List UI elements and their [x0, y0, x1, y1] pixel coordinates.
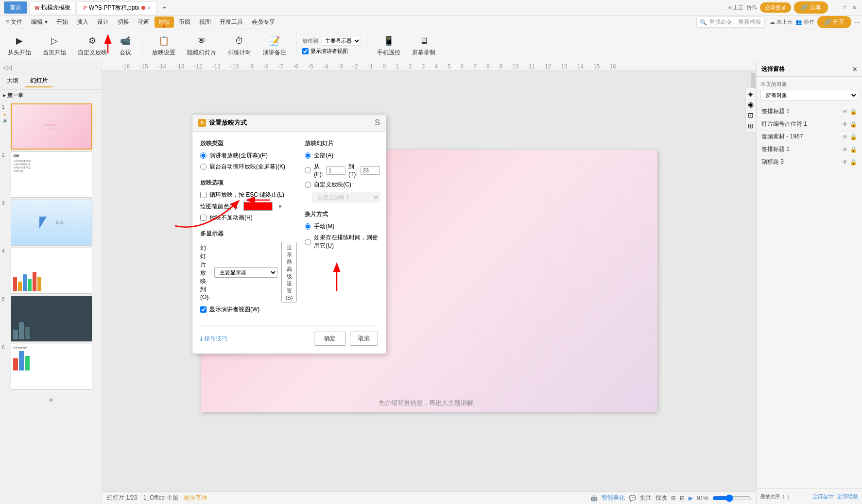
- share-btn-menu[interactable]: 🔗 分享: [817, 16, 851, 28]
- view-grid-icon[interactable]: ⊟: [680, 495, 685, 502]
- side-icon-2[interactable]: ◉: [748, 101, 754, 108]
- menu-design[interactable]: 设计: [93, 17, 113, 28]
- menu-member[interactable]: 会员专享: [248, 17, 279, 28]
- vertical-scrollbar[interactable]: [750, 71, 756, 491]
- meeting-btn[interactable]: 📹 会议: [115, 32, 136, 59]
- ai-label[interactable]: 智能美化: [602, 494, 625, 502]
- menu-view[interactable]: 视图: [195, 17, 215, 28]
- menu-file[interactable]: ≡ 文件: [2, 17, 26, 28]
- close-btn[interactable]: ✕: [850, 4, 858, 12]
- collab-icon[interactable]: 👥 协作: [795, 18, 814, 26]
- check-presenter-input[interactable]: [200, 306, 207, 313]
- custom-select[interactable]: 自定义放映 1: [312, 192, 379, 202]
- ok-button[interactable]: 确定: [314, 332, 346, 346]
- tab-templates[interactable]: W 找模壳模板: [29, 1, 76, 14]
- radio-manual-input[interactable]: [305, 223, 311, 230]
- slide-item-2[interactable]: 2 目录 ·介绍xx基本情况·介绍xx组织文化·介绍xx主要产品·发展方案: [2, 151, 100, 198]
- play-to-select[interactable]: 主要显示器: [322, 36, 361, 46]
- side-icon-4[interactable]: ⊞: [748, 122, 754, 130]
- menu-animation[interactable]: 动画: [134, 17, 154, 28]
- hide-slides-btn[interactable]: 👁 隐藏幻灯片: [183, 32, 220, 59]
- presenter-notes-btn[interactable]: 📝 演讲备注: [259, 32, 290, 59]
- show-all-btn[interactable]: 全部显示: [812, 493, 834, 500]
- comment-label[interactable]: 批注: [640, 494, 652, 502]
- visibility-icon-4[interactable]: 👁: [842, 146, 848, 153]
- radio-all-input[interactable]: [305, 152, 311, 159]
- slide-on-select[interactable]: 主要显示器: [214, 267, 277, 278]
- to-num-input[interactable]: [361, 166, 380, 175]
- play-icon-status[interactable]: ▶: [689, 495, 693, 502]
- tab-add-btn[interactable]: ＋: [158, 2, 170, 13]
- tab-outline[interactable]: 大纲: [2, 75, 23, 87]
- presenter-view-check[interactable]: [302, 48, 309, 54]
- custom-play-btn[interactable]: ⚙ 自定义放映: [74, 32, 111, 59]
- tab-close-btn[interactable]: ✕: [147, 5, 151, 11]
- radio-rehearse-input[interactable]: [305, 239, 311, 245]
- slide-item-5[interactable]: 5: [2, 296, 100, 342]
- side-icon-1[interactable]: ◈: [748, 90, 754, 98]
- visibility-icon-5[interactable]: 👁: [842, 159, 848, 166]
- slide-item-3[interactable]: 3 山水: [2, 200, 100, 246]
- dialog-close-btn[interactable]: S: [375, 118, 380, 127]
- visibility-icon-3[interactable]: 👁: [842, 134, 848, 140]
- play-from-start-btn[interactable]: ▶ 从头开始: [4, 32, 35, 59]
- menu-search[interactable]: 🔍 查找命令、搜索模板: [696, 17, 765, 28]
- lock-icon-1[interactable]: 🔒: [850, 108, 857, 115]
- cancel-button[interactable]: 取消: [350, 332, 378, 346]
- screen-record-btn[interactable]: 🖥 屏幕录制: [408, 32, 439, 59]
- help-link[interactable]: ℹ 操作技巧: [200, 335, 227, 343]
- right-panel-close[interactable]: ✕: [852, 66, 857, 73]
- more-icon[interactable]: ⋯: [854, 19, 860, 26]
- collapse-icon[interactable]: ◁◁: [3, 64, 12, 71]
- tab-slides[interactable]: 幻灯片: [25, 75, 52, 87]
- slide-item-6[interactable]: 6 业务发展报告: [2, 344, 100, 390]
- menu-developer[interactable]: 开发工具: [216, 17, 247, 28]
- side-icon-3[interactable]: ⊡: [748, 111, 754, 119]
- menu-insert[interactable]: 插入: [73, 17, 92, 28]
- minimize-btn[interactable]: —: [831, 4, 839, 12]
- view-normal-icon[interactable]: ⊞: [671, 495, 676, 502]
- play-current-btn[interactable]: ▷ 当页开始: [39, 32, 70, 59]
- menu-review[interactable]: 审阅: [175, 17, 194, 28]
- menu-transition[interactable]: 切换: [114, 17, 133, 28]
- phone-remote-btn[interactable]: 📱 手机遥控: [373, 32, 404, 59]
- pen-color-dropdown[interactable]: ▼: [277, 204, 282, 209]
- share-btn-top[interactable]: 🔗 分享: [794, 1, 828, 14]
- play-settings-btn[interactable]: 📋 放映设置 ↓: [148, 32, 179, 59]
- slide-item-1[interactable]: 1 mmm m -??? ★ 🔊: [2, 103, 100, 150]
- check-label[interactable]: 批改: [655, 494, 667, 502]
- screen-record-label: 屏幕录制: [412, 49, 435, 57]
- from-num-input[interactable]: [326, 166, 345, 175]
- zoom-slider[interactable]: [712, 494, 751, 502]
- pen-color-swatch[interactable]: [243, 202, 273, 211]
- slide-item-4[interactable]: 4: [2, 248, 100, 294]
- filter-select[interactable]: 所有对象: [760, 90, 858, 101]
- lock-icon-5[interactable]: 🔒: [850, 159, 857, 166]
- presenter-view-label: 显示演讲者视图: [310, 48, 348, 55]
- home-tab[interactable]: 首页: [4, 1, 27, 14]
- menu-edit[interactable]: 编辑 ▾: [27, 17, 51, 28]
- order-down-btn[interactable]: ↓: [787, 493, 790, 500]
- check-no-anim-input[interactable]: [200, 215, 207, 221]
- menu-slideshow[interactable]: 放映: [155, 17, 174, 28]
- advanced-display-btn[interactable]: 显示器高级设置(S): [281, 242, 297, 302]
- lock-icon-4[interactable]: 🔒: [850, 146, 857, 153]
- hide-all-btn[interactable]: 全部隐藏: [837, 493, 858, 500]
- collab-btn[interactable]: 协作: [746, 4, 757, 11]
- menu-start[interactable]: 开始: [52, 17, 72, 28]
- radio-presenter-input[interactable]: [200, 152, 207, 159]
- lock-icon-3[interactable]: 🔒: [850, 134, 857, 140]
- radio-kiosk-input[interactable]: [200, 164, 207, 170]
- lock-icon-2[interactable]: 🔒: [850, 121, 857, 128]
- rehearse-btn[interactable]: ⏱ 排练计时: [224, 32, 255, 59]
- maximize-btn[interactable]: □: [841, 4, 848, 12]
- visibility-icon-2[interactable]: 👁: [842, 121, 848, 128]
- user-login-btn[interactable]: 立即登录: [760, 2, 791, 13]
- radio-custom-input[interactable]: [305, 182, 311, 188]
- tab-ppt[interactable]: P WPS PPT教程.pptx ✕: [78, 1, 156, 14]
- order-up-btn[interactable]: ↑: [782, 493, 785, 500]
- radio-from-input[interactable]: [305, 167, 311, 173]
- add-slide-btn[interactable]: ＋: [2, 392, 100, 407]
- check-loop-input[interactable]: [200, 192, 207, 198]
- visibility-icon-1[interactable]: 👁: [842, 108, 848, 115]
